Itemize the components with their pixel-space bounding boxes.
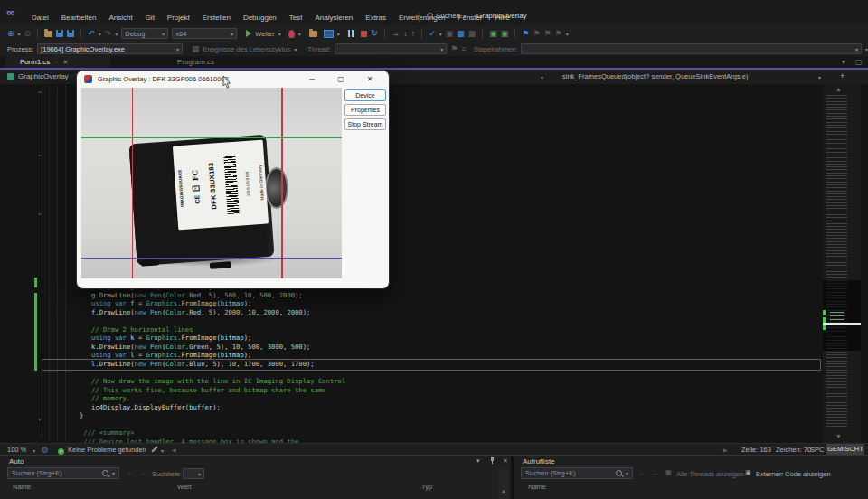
external-code-icon[interactable]: ▣ xyxy=(745,469,751,476)
bookmark-prev-icon[interactable]: ⚑ xyxy=(533,29,540,38)
scroll-left-icon[interactable]: ◀ xyxy=(172,447,176,453)
step-over-icon[interactable]: → xyxy=(392,29,400,38)
stop-debugging-icon[interactable] xyxy=(361,31,367,37)
code-line[interactable]: // Draw 2 horizontal lines xyxy=(80,325,345,334)
fold-chevron-icon[interactable]: ⌄ xyxy=(37,210,42,216)
threads-grid-icon[interactable]: ▦ xyxy=(665,469,672,476)
problems-status[interactable]: Keine Probleme gefunden xyxy=(68,446,146,454)
fold-chevron-icon[interactable]: ⌄ xyxy=(37,151,42,157)
search-back-icon[interactable]: ← xyxy=(127,469,139,477)
code-line[interactable]: using var k = Graphics.FromImage(bitmap)… xyxy=(80,334,345,343)
chevron-down-icon[interactable]: ▾ xyxy=(278,31,281,37)
add-item-icon[interactable]: ⊕ xyxy=(7,29,14,38)
chevron-down-icon[interactable]: ▾ xyxy=(298,31,301,37)
chevron-down-icon[interactable]: ▾ xyxy=(99,31,101,37)
device-button[interactable]: Device xyxy=(344,89,386,101)
menu-analysieren[interactable]: Analysieren xyxy=(308,12,359,24)
chevron-down-icon[interactable]: ▾ xyxy=(115,31,118,37)
member-dropdown-icon[interactable]: ▾ xyxy=(818,74,821,80)
bookmark-clear-icon[interactable]: ⚑ xyxy=(555,29,562,38)
maximize-icon[interactable]: ▢ xyxy=(329,75,353,83)
bookmark-icon[interactable]: ⚑ xyxy=(522,29,529,38)
breadcrumb-member[interactable]: sink_FramesQueued(object? sender, QueueS… xyxy=(559,72,749,80)
split-window-icon[interactable]: + xyxy=(840,71,844,80)
menu-test[interactable]: Test xyxy=(283,12,309,24)
camera-live-view[interactable]: IMAGINGSOURCE CE FC DFK 33UX183 33910094… xyxy=(81,88,342,278)
chevron-down-icon[interactable]: ▾ xyxy=(294,46,297,52)
test-explorer-icon[interactable]: ✓ xyxy=(429,29,436,38)
lifecycle-events-icon[interactable]: ▦ xyxy=(192,44,200,53)
properties-button[interactable]: Properties xyxy=(344,104,386,116)
tab-pin-icon[interactable]: ◦ xyxy=(55,60,57,65)
fold-chevron-icon[interactable]: ⌄ xyxy=(37,88,42,94)
stop-stream-button[interactable]: Stop Stream xyxy=(344,118,386,130)
panel-position-icon[interactable]: ▾ xyxy=(476,457,480,465)
stackframe-dropdown[interactable]: ▾ xyxy=(521,43,862,54)
auto-col-name[interactable]: Name xyxy=(13,483,31,491)
code-line[interactable]: f.DrawLine(new Pen(Color.Red, 5), 2000, … xyxy=(80,308,345,317)
line-indicator[interactable]: Zeile: 163 xyxy=(741,446,771,454)
redo-icon[interactable]: ↷ xyxy=(105,29,112,38)
column-indicator[interactable]: Zeichen: 70 xyxy=(776,446,811,454)
callstack-col-name[interactable]: Name xyxy=(528,483,546,491)
goto-implementation-icon[interactable]: ▣ xyxy=(501,29,509,38)
overlay-window-titlebar[interactable]: Graphic Overlay : DFK 33GP006 06610063 ─… xyxy=(77,71,389,88)
chevron-down-icon[interactable]: ▾ xyxy=(337,31,340,37)
show-output-icon[interactable] xyxy=(309,31,317,37)
menu-bearbeiten[interactable]: Bearbeiten xyxy=(55,12,103,24)
undo-icon[interactable]: ↶ xyxy=(88,29,95,38)
search-back-icon[interactable]: ← xyxy=(638,469,651,477)
search-depth-dropdown[interactable]: ▾ xyxy=(183,468,204,479)
thread-dropdown[interactable]: ▾ xyxy=(335,43,447,54)
flag-threads-icon[interactable]: ⚑ xyxy=(450,44,458,53)
chevron-down-icon[interactable]: ▾ xyxy=(161,447,164,454)
code-line[interactable]: ic4Display.DisplayBuffer(buffer); xyxy=(80,403,345,412)
code-line[interactable] xyxy=(80,368,345,377)
process-dropdown[interactable]: [19664] GraphicOverlay.exe ▾ xyxy=(37,43,183,54)
search-forward-icon[interactable]: → xyxy=(651,469,664,477)
spaces-indicator[interactable]: SPC xyxy=(810,446,824,454)
hot-reload-icon[interactable] xyxy=(288,30,295,38)
code-line[interactable]: } xyxy=(80,411,345,420)
code-line[interactable]: // Now draw the image with the line in I… xyxy=(80,377,345,386)
break-all-icon[interactable] xyxy=(348,30,354,37)
solution-platform-dropdown[interactable]: x64 ▾ xyxy=(172,28,237,39)
navigate-forward-icon[interactable]: ⊙ xyxy=(24,29,32,38)
menu-projekt[interactable]: Projekt xyxy=(161,12,196,24)
solution-configuration-dropdown[interactable]: Debug ▾ xyxy=(121,28,168,39)
lifecycle-events-button[interactable]: Ereignisse des Lebenszyklus xyxy=(203,45,290,53)
chevron-down-icon[interactable]: ▾ xyxy=(18,31,21,37)
step-into-icon[interactable]: ↓ xyxy=(403,29,408,38)
breadcrumb-project[interactable]: GraphicOverlay xyxy=(7,72,69,80)
code-line[interactable]: /// <summary> xyxy=(80,428,345,438)
show-external-code-button[interactable]: Externen Code anzeigen xyxy=(756,470,831,478)
step-out-icon[interactable]: ↑ xyxy=(411,29,416,38)
code-line[interactable] xyxy=(80,316,345,325)
pin-icon[interactable] xyxy=(489,457,495,466)
graphic-overlay-window[interactable]: Graphic Overlay : DFK 33GP006 06610063 ─… xyxy=(77,71,389,288)
scroll-right-icon[interactable]: ▶ xyxy=(723,447,728,453)
fold-chevron-icon[interactable]: ⌄ xyxy=(37,415,42,421)
menu-extras[interactable]: Extras xyxy=(359,12,392,24)
menu-debuggen[interactable]: Debuggen xyxy=(237,12,283,24)
chevron-down-icon[interactable]: ▾ xyxy=(439,31,442,37)
code-line[interactable]: using var l = Graphics.FromImage(bitmap)… xyxy=(80,351,345,360)
code-line[interactable]: k.DrawLine(new Pen(Color.Green, 5), 10, … xyxy=(80,343,345,352)
bookmark-next-icon[interactable]: ⚑ xyxy=(544,29,552,38)
code-line[interactable] xyxy=(80,420,345,429)
code-line[interactable]: using var f = Graphics.FromImage(bitmap)… xyxy=(80,299,345,308)
show-all-threads-button[interactable]: Alle Threads anzeigen xyxy=(676,470,744,478)
menu-ansicht[interactable]: Ansicht xyxy=(102,12,138,24)
close-icon[interactable]: ✕ xyxy=(358,75,382,83)
menu-git[interactable]: Git xyxy=(139,12,161,24)
callstack-search-input[interactable]: Suchen (Strg+E) ▾ xyxy=(521,467,633,479)
quick-search-button[interactable]: Suchen ▾ xyxy=(427,12,466,20)
save-icon[interactable] xyxy=(56,30,63,37)
tab-form1cs[interactable]: Form1.cs ◦ ✕ xyxy=(5,56,110,68)
menu-datei[interactable]: Datei xyxy=(25,12,55,24)
restart-icon[interactable]: ↻ xyxy=(371,29,378,38)
auto-panel-title[interactable]: Auto xyxy=(9,457,24,466)
goto-definition-icon[interactable]: ▣ xyxy=(489,29,497,38)
menu-erstellen[interactable]: Erstellen xyxy=(196,12,237,24)
auto-col-value[interactable]: Wert xyxy=(177,483,192,491)
